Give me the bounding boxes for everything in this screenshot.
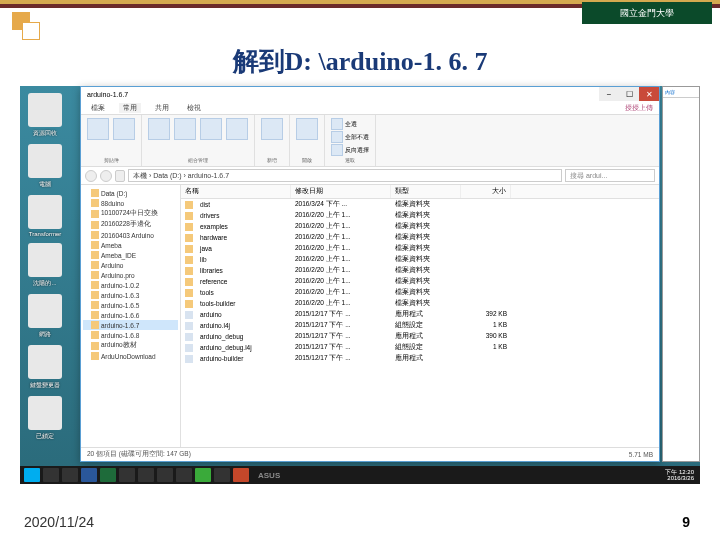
selectnone-icon[interactable] [331,131,343,143]
table-row[interactable]: dist2016/3/24 下午 ...檔案資料夾 [181,199,659,210]
tree-node[interactable]: ArduUnoDownload [83,351,178,361]
maximize-button[interactable]: ☐ [619,87,639,101]
delete-icon[interactable] [200,118,222,140]
properties-tab[interactable]: 內容 [663,87,699,98]
taskbar-line-icon[interactable] [195,468,211,482]
taskbar-app-icon[interactable] [157,468,173,482]
col-size[interactable]: 大小 [461,185,511,198]
window-titlebar[interactable]: arduino-1.6.7 − ☐ ✕ [81,87,659,101]
folder-icon [185,289,193,297]
taskbar-app-icon[interactable] [176,468,192,482]
table-row[interactable]: tools-builder2016/2/20 上午 1...檔案資料夾 [181,298,659,309]
file-type: 檔案資料夾 [391,265,461,276]
table-row[interactable]: arduino-builder2015/12/17 下午 ...應用程式 [181,353,659,364]
tree-node[interactable]: 10100724中日交換 [83,208,178,219]
table-row[interactable]: arduino.l4j2015/12/17 下午 ...組態設定1 KB [181,320,659,331]
tree-node[interactable]: arduino-1.0.2 [83,280,178,290]
tree-node[interactable]: arduino-1.6.5 [83,300,178,310]
tree-node[interactable]: Data (D:) [83,188,178,198]
tree-node[interactable]: Ameba [83,240,178,250]
tree-node[interactable]: Arduino.pro [83,270,178,280]
taskbar-word-icon[interactable] [81,468,97,482]
back-button[interactable] [85,170,97,182]
taskbar-app-icon[interactable] [138,468,154,482]
column-headers[interactable]: 名稱 修改日期 類型 大小 [181,185,659,199]
table-row[interactable]: tools2016/2/20 上午 1...檔案資料夾 [181,287,659,298]
file-type: 檔案資料夾 [391,276,461,287]
nav-tree[interactable]: Data (D:)88duino10100724中日交換20160228手邊化2… [81,185,181,447]
taskbar[interactable]: ASUS 下午 12:20 2016/3/26 [20,466,700,484]
table-row[interactable]: drivers2016/2/20 上午 1...檔案資料夾 [181,210,659,221]
table-row[interactable]: hardware2016/2/20 上午 1...檔案資料夾 [181,232,659,243]
desktop-icon[interactable] [28,195,62,229]
desktop-icon[interactable] [28,294,62,328]
tree-node[interactable]: 20160228手邊化 [83,219,178,230]
copy-icon[interactable] [87,118,109,140]
file-date: 2016/2/20 上午 1... [291,265,391,276]
folder-icon [91,352,99,360]
tree-node[interactable]: Arduino [83,260,178,270]
taskbar-app-icon[interactable] [119,468,135,482]
tree-node[interactable]: arduino教材 [83,340,178,351]
taskbar-ie-icon[interactable] [43,468,59,482]
tree-label: 88duino [101,200,124,207]
table-row[interactable]: java2016/2/20 上午 1...檔案資料夾 [181,243,659,254]
minimize-button[interactable]: − [599,87,619,101]
ribbon-help[interactable]: 授授上傳 [625,103,653,113]
table-row[interactable]: libraries2016/2/20 上午 1...檔案資料夾 [181,265,659,276]
taskbar-explorer-icon[interactable] [62,468,78,482]
file-date: 2016/2/20 上午 1... [291,254,391,265]
file-date: 2016/2/20 上午 1... [291,221,391,232]
desktop-icon[interactable] [28,345,62,379]
tree-node[interactable]: Ameba_IDE [83,250,178,260]
paste-icon[interactable] [113,118,135,140]
file-list[interactable]: 名稱 修改日期 類型 大小 dist2016/3/24 下午 ...檔案資料夾d… [181,185,659,447]
taskbar-excel-icon[interactable] [100,468,116,482]
address-bar[interactable]: 本機 › Data (D:) › arduino-1.6.7 [128,169,562,182]
search-input[interactable]: 搜尋 ardui... [565,169,655,182]
col-name[interactable]: 名稱 [181,185,291,198]
file-date: 2015/12/17 下午 ... [291,309,391,320]
taskbar-pp-icon[interactable] [233,468,249,482]
moveto-icon[interactable] [148,118,170,140]
table-row[interactable]: arduino_debug2015/12/17 下午 ...應用程式390 KB [181,331,659,342]
ribbon-tab-view[interactable]: 檢視 [183,103,205,113]
col-date[interactable]: 修改日期 [291,185,391,198]
tree-node[interactable]: 88duino [83,198,178,208]
ribbon-tab-share[interactable]: 共用 [151,103,173,113]
selectall-icon[interactable] [331,118,343,130]
ribbon-tab-file[interactable]: 檔案 [87,103,109,113]
tree-node[interactable]: arduino-1.6.7 [83,320,178,330]
file-icon [185,333,193,341]
start-button[interactable] [24,468,40,482]
file-type: 應用程式 [391,331,461,342]
tree-node[interactable]: arduino-1.6.3 [83,290,178,300]
close-button[interactable]: ✕ [639,87,659,101]
tree-node[interactable]: arduino-1.6.8 [83,330,178,340]
table-row[interactable]: arduino2015/12/17 下午 ...應用程式392 KB [181,309,659,320]
properties-icon[interactable] [296,118,318,140]
rename-icon[interactable] [226,118,248,140]
file-size: 392 KB [461,309,511,320]
table-row[interactable]: reference2016/2/20 上午 1...檔案資料夾 [181,276,659,287]
copyto-icon[interactable] [174,118,196,140]
taskbar-app-icon[interactable] [214,468,230,482]
newfolder-icon[interactable] [261,118,283,140]
properties-panel[interactable]: 內容 [662,86,700,462]
table-row[interactable]: arduino_debug.l4j2015/12/17 下午 ...組態設定1 … [181,342,659,353]
tree-node[interactable]: arduino-1.6.6 [83,310,178,320]
desktop-icon[interactable] [28,396,62,430]
up-button[interactable] [115,170,125,182]
taskbar-clock[interactable]: 下午 12:20 2016/3/26 [665,469,696,481]
ribbon-tab-home[interactable]: 常用 [119,103,141,113]
desktop-icon[interactable] [28,144,62,178]
col-type[interactable]: 類型 [391,185,461,198]
desktop-icon[interactable] [28,243,62,277]
selectinv-icon[interactable] [331,144,343,156]
table-row[interactable]: lib2016/2/20 上午 1...檔案資料夾 [181,254,659,265]
forward-button[interactable] [100,170,112,182]
table-row[interactable]: examples2016/2/20 上午 1...檔案資料夾 [181,221,659,232]
desktop-icon[interactable] [28,93,62,127]
tree-node[interactable]: 20160403 Arduino [83,230,178,240]
file-explorer-window[interactable]: arduino-1.6.7 − ☐ ✕ 檔案 常用 共用 檢視 授授上傳 剪貼簿 [80,86,660,462]
